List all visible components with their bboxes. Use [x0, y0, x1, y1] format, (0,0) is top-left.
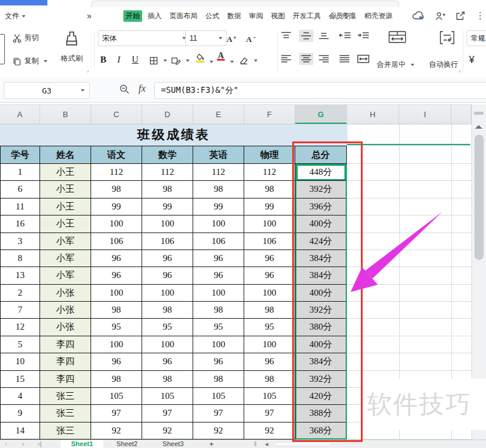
- indent-decrease-button[interactable]: [339, 32, 351, 40]
- cell[interactable]: 448分: [295, 164, 347, 181]
- cell[interactable]: 15: [0, 371, 40, 388]
- cell[interactable]: 李四: [40, 371, 91, 388]
- cell[interactable]: 100: [244, 285, 295, 302]
- header-cell[interactable]: 总分: [295, 146, 347, 164]
- cell[interactable]: 396分: [295, 199, 347, 216]
- cell[interactable]: 100: [193, 336, 244, 353]
- more-menu-icon[interactable]: ⋮: [476, 10, 485, 21]
- cut-button[interactable]: 剪切: [12, 33, 39, 43]
- text-orientation-button[interactable]: [357, 55, 369, 63]
- cell[interactable]: 4: [0, 388, 40, 405]
- share-icon[interactable]: [456, 11, 465, 21]
- cell[interactable]: 96: [244, 267, 295, 284]
- cell[interactable]: 小王: [40, 181, 91, 198]
- cell[interactable]: 13: [0, 267, 40, 284]
- format-painter-button[interactable]: 格式刷: [56, 30, 87, 64]
- cell[interactable]: 98: [91, 181, 142, 198]
- number-format-select[interactable]: 常规: [467, 30, 486, 46]
- cell[interactable]: 92: [142, 423, 193, 440]
- tab-developer[interactable]: 开发工具: [290, 10, 323, 22]
- merge-center-label[interactable]: 合并居中: [377, 59, 414, 70]
- align-top-button[interactable]: [281, 32, 292, 40]
- cell[interactable]: 105: [193, 388, 244, 405]
- cell[interactable]: 11: [0, 199, 40, 216]
- align-center-button[interactable]: [299, 53, 313, 65]
- header-cell[interactable]: 英语: [193, 146, 244, 164]
- cell[interactable]: 100: [91, 285, 142, 302]
- cell[interactable]: 张三: [40, 388, 91, 405]
- cell[interactable]: 400分: [295, 285, 347, 302]
- merge-center-button[interactable]: [384, 30, 411, 45]
- cell[interactable]: 392分: [295, 371, 347, 388]
- group-expander-icon[interactable]: ⌟: [458, 67, 460, 73]
- cell[interactable]: 400分: [295, 336, 347, 353]
- group-expander-icon[interactable]: ⌟: [86, 67, 89, 73]
- italic-button[interactable]: I: [117, 55, 120, 65]
- cell[interactable]: 100: [91, 336, 142, 353]
- cell[interactable]: 小张: [40, 285, 91, 302]
- align-bottom-button[interactable]: [318, 32, 329, 40]
- cell[interactable]: 9: [0, 405, 40, 422]
- cell[interactable]: 张三: [40, 405, 91, 422]
- cell[interactable]: 112: [142, 164, 193, 181]
- cell[interactable]: 400分: [295, 216, 347, 232]
- cell[interactable]: 8: [0, 250, 40, 267]
- indent-increase-button[interactable]: [357, 32, 369, 40]
- cell[interactable]: 96: [91, 250, 142, 267]
- cell[interactable]: 96: [193, 353, 244, 370]
- scrollbar-collapse-handle[interactable]: [474, 112, 484, 115]
- cell[interactable]: 李四: [40, 353, 91, 370]
- split-handle-icon[interactable]: ‖: [254, 440, 257, 448]
- cell[interactable]: 96: [193, 267, 244, 284]
- cell[interactable]: 99: [142, 199, 193, 216]
- cell[interactable]: 105: [244, 388, 295, 405]
- cell[interactable]: 96: [142, 267, 193, 284]
- cell[interactable]: 97: [142, 405, 193, 422]
- cell[interactable]: 98: [142, 302, 193, 319]
- cell[interactable]: 100: [193, 216, 244, 232]
- cell[interactable]: 96: [244, 250, 295, 267]
- font-color-button[interactable]: A: [217, 52, 225, 61]
- cell[interactable]: 2: [0, 285, 40, 302]
- scroll-up-icon[interactable]: [475, 125, 482, 129]
- cell[interactable]: 98: [193, 371, 244, 388]
- cell[interactable]: 李四: [40, 336, 91, 353]
- cell[interactable]: 95: [244, 319, 295, 336]
- cell[interactable]: 7: [0, 302, 40, 319]
- draw-border-button[interactable]: [171, 56, 190, 66]
- cell[interactable]: 392分: [295, 181, 347, 198]
- justify-button[interactable]: [339, 55, 350, 63]
- cell[interactable]: 张三: [40, 423, 91, 440]
- cell[interactable]: 106: [91, 233, 142, 250]
- cell[interactable]: 96: [193, 250, 244, 267]
- header-cell[interactable]: 语文: [91, 146, 142, 164]
- chevron-down-icon[interactable]: [210, 61, 213, 63]
- cell[interactable]: 97: [91, 405, 142, 422]
- sheet-tab-sheet2[interactable]: Sheet2: [104, 440, 149, 448]
- file-menu[interactable]: 文件: [5, 7, 26, 24]
- cell[interactable]: 98: [91, 371, 142, 388]
- tab-home[interactable]: 开始: [123, 10, 142, 22]
- cell[interactable]: 98: [193, 302, 244, 319]
- cell[interactable]: 106: [193, 233, 244, 250]
- cell[interactable]: 98: [244, 371, 295, 388]
- cell[interactable]: 98: [244, 181, 295, 198]
- tab-view[interactable]: 视图: [269, 10, 287, 22]
- cell[interactable]: 100: [91, 216, 142, 232]
- cell[interactable]: 3: [0, 233, 40, 250]
- cell[interactable]: 96: [142, 353, 193, 370]
- align-left-button[interactable]: [281, 55, 292, 63]
- tab-page-layout[interactable]: 页面布局: [167, 10, 200, 22]
- cell[interactable]: 小军: [40, 233, 91, 250]
- cell[interactable]: 小张: [40, 319, 91, 336]
- table-title-cell[interactable]: 班级成绩表: [0, 124, 347, 146]
- tab-formulas[interactable]: 公式: [203, 10, 222, 22]
- column-header-I[interactable]: I: [399, 105, 451, 124]
- cell[interactable]: 105: [142, 388, 193, 405]
- column-header-F[interactable]: F: [244, 105, 295, 124]
- tab-docer[interactable]: 稻壳资源: [362, 10, 395, 22]
- currency-format-button[interactable]: ¥: [469, 55, 474, 66]
- cell[interactable]: 小军: [40, 267, 91, 284]
- cell[interactable]: 95: [193, 319, 244, 336]
- wrap-text-label[interactable]: 自动换行: [429, 59, 458, 70]
